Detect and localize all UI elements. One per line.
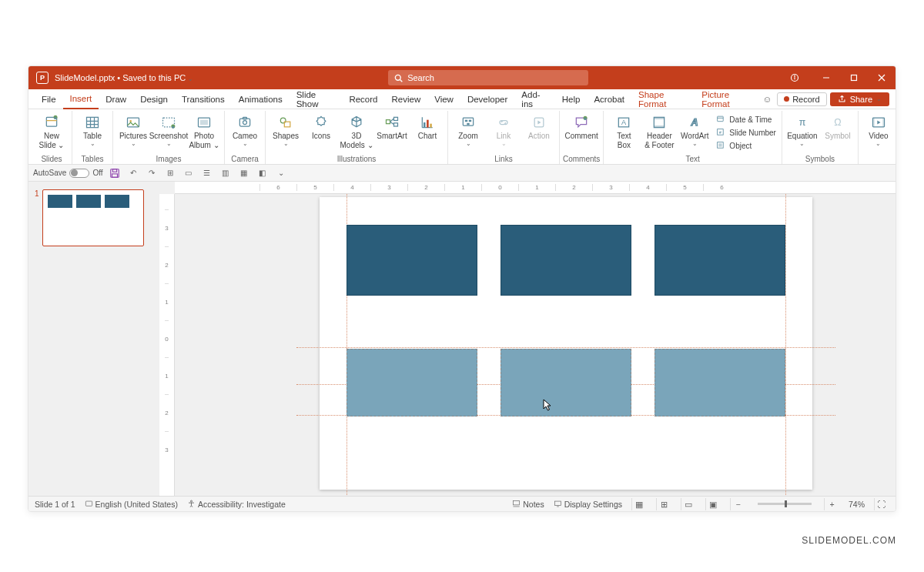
redo-button[interactable]: ↷ <box>145 166 159 180</box>
close-button[interactable] <box>868 66 896 89</box>
qat-icon-3[interactable]: ☰ <box>200 166 214 180</box>
rectangle-shape-selected[interactable] <box>346 349 477 416</box>
record-button[interactable]: Record <box>777 92 826 106</box>
smartart-button[interactable]: SmartArt <box>375 112 409 142</box>
zoom-level[interactable]: 74% <box>849 500 865 509</box>
accessibility-status[interactable]: Accessibility: Investigate <box>187 500 286 509</box>
normal-view-button[interactable]: ▦ <box>631 498 647 510</box>
minimize-button[interactable] <box>812 66 840 89</box>
new-slide-button[interactable]: +NewSlide ⌄ <box>35 112 69 151</box>
undo-button[interactable]: ↶ <box>126 166 140 180</box>
save-button[interactable] <box>108 166 122 180</box>
label: 3D <box>352 132 362 140</box>
tab-file[interactable]: File <box>35 89 63 109</box>
date-time-button[interactable]: Date & Time <box>713 113 778 125</box>
qat-icon-4[interactable]: ▥ <box>219 166 233 180</box>
slide-canvas-wrapper[interactable] <box>175 194 896 496</box>
object-button[interactable]: Object <box>713 139 778 152</box>
qat-icon-6[interactable]: ◧ <box>256 166 270 180</box>
share-button[interactable]: Share ⌄ <box>830 92 889 106</box>
label: New <box>44 132 59 140</box>
rectangle-shape[interactable] <box>346 225 477 296</box>
video-button[interactable]: Video⌄ <box>862 112 896 149</box>
screenshot-button[interactable]: +Screenshot⌄ <box>152 112 186 149</box>
horizontal-ruler[interactable]: 6543210123456 <box>175 182 896 194</box>
notes-button[interactable]: Notes <box>512 500 544 509</box>
svg-rect-31 <box>394 117 398 120</box>
ribbon-group-tables: Table⌄Tables <box>72 111 113 164</box>
language-status[interactable]: English (United States) <box>85 500 178 509</box>
slide-number-button[interactable]: #Slide Number <box>713 126 778 139</box>
header-footer-button[interactable]: Header& Footer <box>642 112 676 151</box>
icons-icon <box>313 114 329 131</box>
autosave-toggle[interactable]: AutoSave Off <box>33 169 103 178</box>
action-button[interactable]: Action <box>522 112 556 142</box>
comment-button[interactable]: +Comment <box>564 112 598 142</box>
tab-developer[interactable]: Developer <box>460 89 514 109</box>
slide-canvas[interactable] <box>320 197 812 490</box>
qat-icon-1[interactable]: ⊞ <box>163 166 177 180</box>
tab-animations[interactable]: Animations <box>232 89 290 109</box>
tab-design[interactable]: Design <box>133 89 175 109</box>
cameo-button[interactable]: Cameo⌄ <box>228 112 262 149</box>
group-label: Text <box>685 153 699 164</box>
smartart-icon <box>384 114 400 131</box>
tab-draw[interactable]: Draw <box>99 89 133 109</box>
zoom-in-button[interactable]: + <box>824 498 839 510</box>
feedback-button[interactable]: ☺ <box>760 91 775 108</box>
help-icon[interactable] <box>783 73 806 82</box>
equation-button[interactable]: πEquation⌄ <box>785 112 819 149</box>
zoom-out-button[interactable]: − <box>730 498 745 510</box>
tab-shape-format[interactable]: Shape Format <box>631 89 695 109</box>
reading-view-button[interactable]: ▭ <box>681 498 696 510</box>
tab-insert[interactable]: Insert <box>63 89 99 109</box>
group-label: Images <box>156 153 182 164</box>
photo-album-button[interactable]: PhotoAlbum ⌄ <box>187 112 221 151</box>
qat-more[interactable]: ⌄ <box>274 166 288 180</box>
tab-picture-format[interactable]: Picture Format <box>695 89 760 109</box>
slideshow-view-button[interactable]: ▣ <box>705 498 721 510</box>
sorter-view-button[interactable]: ⊞ <box>656 498 671 510</box>
slide-thumbnails-panel[interactable]: 1 <box>28 182 159 496</box>
rectangle-shape[interactable] <box>500 225 631 296</box>
zoom-slider-thumb[interactable] <box>785 500 787 507</box>
fit-to-window-button[interactable]: ⛶ <box>874 498 889 510</box>
svg-rect-42 <box>469 120 471 122</box>
qat-icon-5[interactable]: ▦ <box>237 166 251 180</box>
tab-slide-show[interactable]: Slide Show <box>290 89 343 109</box>
tab-add-ins[interactable]: Add-ins <box>514 89 554 109</box>
3d-models-button[interactable]: 3DModels ⌄ <box>340 112 373 151</box>
3d-models-icon <box>349 114 364 131</box>
vertical-ruler[interactable]: 3210123 <box>159 194 175 496</box>
tab-help[interactable]: Help <box>555 89 588 109</box>
zoom-slider[interactable] <box>758 503 812 505</box>
link-button[interactable]: Link⌄ <box>487 112 521 149</box>
text-box-button[interactable]: ATextBox <box>607 112 641 151</box>
symbol-button[interactable]: ΩSymbol <box>821 112 855 142</box>
maximize-button[interactable] <box>840 66 868 89</box>
rectangle-shape-selected[interactable] <box>654 349 785 416</box>
qat-icon-2[interactable]: ▭ <box>182 166 196 180</box>
search-input[interactable]: Search <box>388 70 588 85</box>
rectangle-shape-selected[interactable] <box>500 349 631 416</box>
window-title[interactable]: SlideModel.pptx • Saved to this PC ⌄ <box>55 73 193 82</box>
tab-review[interactable]: Review <box>384 89 427 109</box>
tab-view[interactable]: View <box>427 89 460 109</box>
alignment-guide-horizontal <box>296 347 835 348</box>
tab-transitions[interactable]: Transitions <box>175 89 232 109</box>
rectangle-shape[interactable] <box>654 225 785 296</box>
slide-thumbnail-1[interactable] <box>42 189 144 246</box>
label: Album ⌄ <box>189 141 219 149</box>
tab-record[interactable]: Record <box>342 89 384 109</box>
wordart-button[interactable]: AWordArt⌄ <box>678 112 711 149</box>
zoom-button[interactable]: Zoom⌄ <box>451 112 485 149</box>
tab-acrobat[interactable]: Acrobat <box>587 89 631 109</box>
chart-button[interactable]: Chart <box>410 112 444 142</box>
table-button[interactable]: Table⌄ <box>75 112 109 149</box>
slide-counter[interactable]: Slide 1 of 1 <box>35 500 75 509</box>
icons-button[interactable]: Icons <box>304 112 338 142</box>
label: Symbol <box>825 132 850 140</box>
pictures-button[interactable]: Pictures⌄ <box>116 112 150 149</box>
shapes-button[interactable]: Shapes⌄ <box>269 112 303 149</box>
display-settings-button[interactable]: Display Settings <box>554 500 622 509</box>
